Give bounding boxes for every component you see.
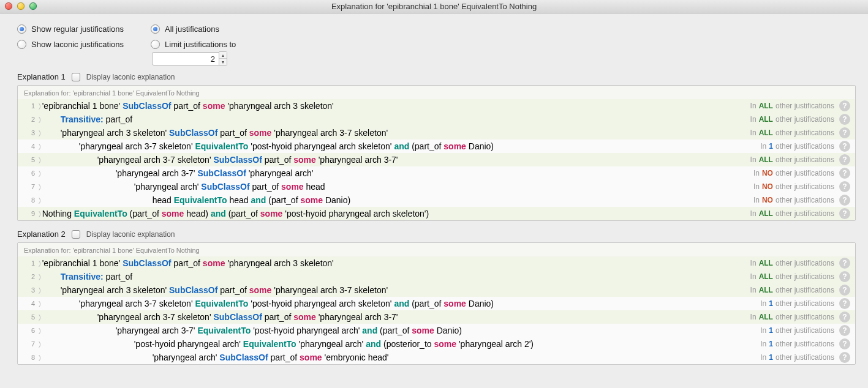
display-laconic-checkbox[interactable] [72,230,80,239]
help-icon[interactable]: ? [839,285,850,296]
justification-count: In1other justifications? [760,338,850,349]
spinner-down[interactable]: ▼ [219,59,227,65]
axiom-text: 'pharyngeal arch 3-7 skeleton' SubClassO… [42,155,745,165]
justif-suffix: other justifications [776,299,834,308]
token-plain: 'pharyngeal arch 3-7 skeleton' [271,128,388,138]
justif-count-value: NO [762,182,773,191]
token-plain: (part_of [377,326,412,335]
justif-prefix: In [750,102,757,110]
axiom-row[interactable]: 1)'epibranchial 1 bone' SubClassOf part_… [18,99,855,113]
token-kw-eq: EquivalentTo [74,209,127,218]
token-plain: 'pharyngeal arch 3 skeleton' [225,101,333,111]
justif-prefix: In [753,196,760,204]
token-plain: 'pharyngeal arch 3-7 skeleton' [79,141,195,151]
help-icon[interactable]: ? [839,100,850,111]
axiom-row[interactable]: 8)head EquivalentTo head and (part_of so… [18,193,855,207]
justif-prefix: In [750,259,757,267]
justif-prefix: In [750,155,757,164]
axiom-row[interactable]: 2)Transitive: part_ofInALLother justific… [18,113,855,126]
radio-laconic-justifications[interactable] [17,40,26,49]
justif-suffix: other justifications [776,286,834,294]
token-plain: 'post-hyoid pharyngeal arch skeleton' [248,299,394,308]
help-icon[interactable]: ? [839,258,850,269]
help-icon[interactable]: ? [839,271,850,282]
radio-limit-label: Limit justifications to [165,40,236,49]
help-icon[interactable]: ? [839,181,850,192]
axiom-row[interactable]: 3)'pharyngeal arch 3 skeleton' SubClassO… [18,283,855,297]
token-kw-some: some [443,299,466,308]
token-plain: part_of [250,182,281,192]
axiom-row[interactable]: 9)Nothing EquivalentTo (part_of some hea… [18,207,855,220]
help-icon[interactable]: ? [839,352,850,363]
explanation-body: Explanation for: 'epibranchial 1 bone' E… [17,242,856,365]
help-icon[interactable]: ? [839,127,850,138]
help-icon[interactable]: ? [839,338,850,349]
radio-limit-justifications[interactable] [151,40,160,49]
help-icon[interactable]: ? [839,141,850,152]
axiom-row[interactable]: 1)'epibranchial 1 bone' SubClassOf part_… [18,256,855,270]
axiom-row[interactable]: 6)'pharyngeal arch 3-7' EquivalentTo 'po… [18,324,855,337]
token-plain: part_of [217,285,249,295]
justif-suffix: other justifications [776,129,834,137]
explanations-scroll-area[interactable]: Explanation 1Display laconic explanation… [0,72,868,388]
justification-count: In1other justifications? [760,141,850,152]
axiom-row-number: 4 [21,300,35,307]
axiom-text: Transitive: part_of [42,272,745,282]
help-icon[interactable]: ? [839,208,850,219]
justif-prefix: In [753,182,760,191]
axiom-row[interactable]: 2)Transitive: part_ofInALLother justific… [18,270,855,283]
axiom-text: 'pharyngeal arch 3 skeleton' SubClassOf … [42,128,745,138]
radio-all-justifications[interactable] [151,24,160,34]
token-kw-and: and [251,195,266,205]
token-plain: 'embryonic head' [322,353,389,362]
justif-suffix: other justifications [776,326,834,335]
axiom-text: 'pharyngeal arch 3-7 skeleton' Equivalen… [42,141,756,151]
row-paren: ) [39,210,41,217]
help-icon[interactable]: ? [839,154,850,165]
help-icon[interactable]: ? [839,114,850,125]
axiom-row[interactable]: 7)'post-hyoid pharyngeal arch' Equivalen… [18,337,855,351]
help-icon[interactable]: ? [839,168,850,179]
row-paren: ) [39,183,41,190]
justification-count: InNOother justifications? [753,181,850,192]
token-kw-some: some [293,312,316,322]
justification-count: In1other justifications? [760,325,850,336]
minimize-window-button[interactable] [17,2,25,10]
help-icon[interactable]: ? [839,325,850,336]
token-plain: 'pharyngeal arch 3-7 skeleton' [271,285,388,295]
justif-count-value: NO [762,169,773,177]
axiom-row-number: 8 [21,354,35,361]
token-plain: 'pharyngeal arch 3-7' [316,155,398,165]
token-plain: (part_of [226,209,260,218]
axiom-row[interactable]: 6)'pharyngeal arch 3-7' SubClassOf 'phar… [18,166,855,180]
justification-count: InALLother justifications? [750,312,850,323]
justif-prefix: In [760,142,766,151]
display-laconic-checkbox[interactable] [72,73,80,81]
axiom-row[interactable]: 3)'pharyngeal arch 3 skeleton' SubClassO… [18,126,855,140]
limit-spinner[interactable]: ▲ ▼ [219,51,227,66]
token-kw-eq: EquivalentTo [243,339,296,349]
row-paren: ) [39,170,41,177]
axiom-row[interactable]: 8)'pharyngeal arch' SubClassOf part_of s… [18,351,855,364]
row-paren: ) [39,286,41,294]
axiom-text: 'pharyngeal arch 3-7' SubClassOf 'pharyn… [42,168,749,178]
close-window-button[interactable] [5,2,12,10]
justif-count-value: ALL [759,209,773,218]
radio-regular-justifications[interactable] [17,24,26,34]
token-kw-eq: EquivalentTo [174,195,227,205]
axiom-row[interactable]: 7)'pharyngeal arch' SubClassOf part_of s… [18,180,855,193]
help-icon[interactable]: ? [839,298,850,309]
justif-suffix: other justifications [776,353,834,362]
help-icon[interactable]: ? [839,312,850,323]
spinner-up[interactable]: ▲ [219,52,227,59]
axiom-row[interactable]: 5)'pharyngeal arch 3-7 skeleton' SubClas… [18,310,855,324]
token-kw-some: some [281,182,304,192]
row-paren: ) [39,156,41,163]
axiom-row[interactable]: 5)'pharyngeal arch 3-7 skeleton' SubClas… [18,153,855,166]
help-icon[interactable]: ? [839,195,850,206]
zoom-window-button[interactable] [29,2,37,10]
axiom-row[interactable]: 4)'pharyngeal arch 3-7 skeleton' Equival… [18,297,855,310]
limit-count-input[interactable] [152,52,219,65]
justif-prefix: In [760,340,766,348]
axiom-row[interactable]: 4)'pharyngeal arch 3-7 skeleton' Equival… [18,140,855,153]
